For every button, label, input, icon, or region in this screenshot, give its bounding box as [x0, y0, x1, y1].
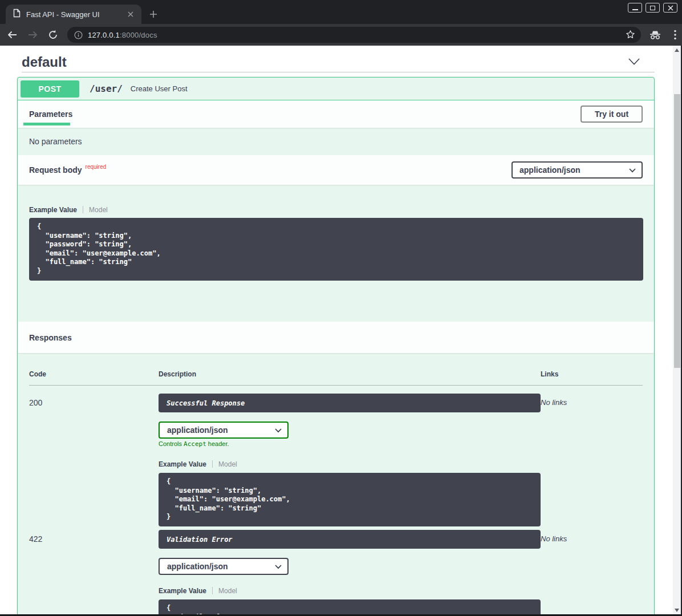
back-icon	[7, 30, 18, 40]
forward-icon	[27, 30, 38, 40]
select-chevron-icon	[275, 562, 282, 571]
minimize-button[interactable]	[628, 3, 642, 13]
forward-button[interactable]	[24, 26, 41, 43]
scrollbar-thumb[interactable]	[674, 94, 680, 368]
close-icon	[668, 5, 673, 11]
close-button[interactable]	[663, 3, 677, 13]
chevron-down-icon	[628, 58, 640, 65]
browser-toolbar: 127.0.0.1:8000/docs	[0, 24, 682, 46]
tab-model[interactable]: Model	[218, 587, 237, 595]
request-media-type-value: application/json	[519, 165, 580, 175]
scroll-down-arrow-icon[interactable]	[675, 609, 679, 612]
accept-header-note: Controls Accept header.	[159, 440, 541, 448]
browser-tab[interactable]: Fast API - Swagger UI	[6, 5, 141, 24]
active-tab-underline	[23, 123, 70, 125]
titlebar: Fast API - Swagger UI	[0, 0, 682, 24]
page-favicon-icon	[13, 9, 21, 20]
column-links: Links	[541, 370, 643, 378]
tab-separator	[212, 460, 213, 468]
response-200-media-type-value: application/json	[167, 425, 228, 435]
responses-header: Responses	[18, 322, 654, 353]
tab-close-icon[interactable]	[125, 9, 136, 19]
request-example-code: { "username": "string", "password": "str…	[29, 218, 643, 281]
toolbar-right	[649, 30, 676, 40]
collapse-section-button[interactable]	[628, 57, 640, 67]
tab-model[interactable]: Model	[218, 460, 237, 468]
url-path: :8000/docs	[120, 31, 157, 39]
response-description-text: Successful Response	[167, 399, 245, 407]
tab-separator	[83, 206, 83, 213]
response-code: 200	[29, 394, 159, 526]
no-parameters-row: No parameters	[18, 128, 654, 155]
tab-model[interactable]: Model	[89, 206, 108, 214]
select-chevron-icon	[629, 165, 636, 175]
bookmark-star-icon	[626, 30, 635, 39]
no-parameters-text: No parameters	[29, 137, 82, 146]
new-tab-button[interactable]	[147, 8, 160, 21]
request-body-title: Request body	[29, 165, 82, 175]
request-body-header: Request body required application/json	[18, 155, 654, 185]
site-info-icon[interactable]	[74, 31, 83, 39]
tab-title: Fast API - Swagger UI	[26, 10, 125, 19]
back-button[interactable]	[3, 26, 21, 43]
maximize-icon	[650, 6, 655, 10]
response-links: No links	[541, 394, 643, 526]
url-host: 127.0.0.1	[88, 31, 120, 39]
responses-table: Code Description Links 200 Successful Re…	[18, 353, 654, 616]
incognito-icon	[649, 30, 661, 40]
bookmark-button[interactable]	[626, 30, 635, 42]
try-it-out-button[interactable]: Try it out	[580, 106, 643, 123]
scroll-up-arrow-icon[interactable]	[675, 48, 679, 52]
response-422-media-type-select[interactable]: application/json	[159, 558, 289, 575]
response-422-media-type-value: application/json	[167, 562, 228, 571]
request-body-section: Example Value Model { "username": "strin…	[18, 185, 654, 322]
response-code: 422	[29, 530, 159, 616]
response-description-text: Validation Error	[167, 536, 233, 544]
response-row-200: 200 Successful Response application/json	[29, 386, 643, 526]
reload-button[interactable]	[44, 26, 62, 43]
responses-title: Responses	[29, 333, 72, 342]
response-description-bar: Successful Response	[159, 394, 541, 412]
url-text: 127.0.0.1:8000/docs	[88, 31, 157, 39]
parameters-title: Parameters	[29, 110, 72, 119]
endpoint-summary[interactable]: POST /user/ Create User Post	[18, 78, 654, 100]
url-bar[interactable]: 127.0.0.1:8000/docs	[67, 27, 641, 43]
browser-menu-icon[interactable]	[674, 30, 676, 40]
maximize-button[interactable]	[646, 3, 660, 13]
responses-table-head: Code Description Links	[29, 364, 643, 386]
endpoint-description: Create User Post	[131, 84, 188, 93]
response-description-bar: Validation Error	[159, 530, 541, 549]
api-section-title: default	[22, 54, 67, 70]
opblock-post-user: POST /user/ Create User Post Parameters …	[17, 77, 655, 616]
column-description: Description	[159, 370, 541, 378]
request-media-type-select[interactable]: application/json	[511, 161, 643, 179]
minimize-icon	[632, 9, 638, 10]
tab-example-value[interactable]: Example Value	[29, 206, 77, 214]
browser-window: Fast API - Swagger UI	[0, 0, 682, 616]
column-code: Code	[29, 370, 159, 378]
swagger-page: default POST /user/ Create User Post Par…	[0, 46, 673, 616]
required-badge: required	[86, 164, 107, 170]
response-links: No links	[541, 530, 643, 616]
response-422-example-code: { "detail": [	[159, 599, 541, 616]
response-200-media-type-select[interactable]: application/json	[159, 422, 289, 439]
reload-icon	[48, 30, 58, 40]
parameters-header: Parameters Try it out	[18, 100, 654, 128]
tab-example-value[interactable]: Example Value	[159, 460, 206, 468]
response-200-example-code: { "username": "string", "email": "user@e…	[159, 473, 541, 526]
window-controls	[628, 3, 677, 13]
response-row-422: 422 Validation Error application/json	[29, 526, 643, 616]
tab-example-value[interactable]: Example Value	[159, 587, 206, 595]
page-scrollbar[interactable]	[673, 46, 681, 616]
select-chevron-icon	[275, 425, 282, 435]
method-badge: POST	[21, 80, 79, 98]
tab-separator	[212, 587, 213, 594]
section-divider	[22, 72, 655, 72]
endpoint-path: /user/	[90, 83, 123, 94]
